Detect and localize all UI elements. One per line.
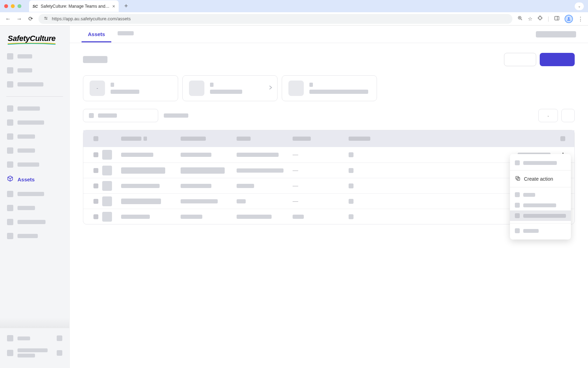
profile-avatar[interactable]	[565, 15, 573, 23]
create-action-icon	[515, 175, 520, 182]
summary-card[interactable]: -	[83, 75, 178, 101]
forward-button[interactable]: →	[16, 16, 22, 22]
table-body: — —	[83, 147, 574, 224]
table-row[interactable]: —	[83, 193, 574, 209]
asset-thumbnail	[102, 166, 112, 175]
nav-item-assets[interactable]: Assets	[4, 172, 65, 187]
chevron-right-icon	[269, 85, 272, 91]
new-tab-button[interactable]: +	[122, 2, 130, 10]
column-header[interactable]	[349, 137, 408, 141]
card-subtitle	[309, 90, 368, 94]
sidebar-footer-item[interactable]	[4, 332, 65, 345]
sort-indicator-icon	[144, 137, 147, 141]
column-header[interactable]	[181, 137, 237, 141]
secondary-button[interactable]	[504, 53, 536, 66]
menu-item-placeholder[interactable]	[510, 225, 571, 236]
close-window-icon[interactable]	[4, 4, 8, 8]
card-value	[309, 83, 313, 87]
primary-button[interactable]	[540, 53, 575, 66]
sidebar: SafetyCulture Assets	[0, 26, 70, 368]
empty-value: —	[293, 167, 298, 174]
select-all-checkbox[interactable]	[93, 136, 98, 141]
url-text: https://app.au.safetyculture.com/assets	[52, 16, 131, 21]
page-content: -	[70, 43, 588, 234]
nav-item-placeholder[interactable]	[4, 102, 65, 116]
extensions-icon[interactable]	[537, 15, 543, 22]
column-header[interactable]	[237, 137, 293, 141]
reload-button[interactable]: ⟳	[27, 15, 34, 22]
column-header[interactable]	[293, 137, 349, 141]
card-value	[210, 83, 214, 87]
sidebar-footer	[0, 328, 69, 368]
row-checkbox[interactable]	[93, 183, 98, 188]
maximize-window-icon[interactable]	[18, 4, 21, 8]
window-controls	[4, 4, 21, 8]
menu-item-placeholder[interactable]	[510, 200, 571, 210]
brand-logo[interactable]: SafetyCulture	[0, 26, 69, 49]
menu-item-placeholder[interactable]	[510, 189, 571, 200]
bookmark-star-icon[interactable]: ☆	[528, 16, 532, 22]
nav-item-placeholder[interactable]	[4, 201, 65, 215]
sidebar-footer-item[interactable]	[4, 345, 65, 361]
settings-icon-button[interactable]	[561, 109, 575, 122]
menu-item-create-action[interactable]: Create action	[510, 173, 571, 185]
nav-item-placeholder[interactable]	[4, 215, 65, 229]
brand-name: SafetyCulture	[8, 34, 56, 43]
nav-item-placeholder[interactable]	[4, 77, 65, 91]
menu-divider	[510, 223, 571, 223]
tab-list-dropdown[interactable]: ⌄	[575, 2, 584, 10]
browser-toolbar: ← → ⟳ https://app.au.safetyculture.com/a…	[0, 12, 588, 26]
back-button[interactable]: ←	[5, 16, 11, 22]
row-checkbox[interactable]	[93, 199, 98, 204]
nav-item-placeholder[interactable]	[4, 130, 65, 144]
toolbar-icons: ☆ | ⋮	[517, 15, 583, 23]
row-checkbox[interactable]	[93, 214, 98, 219]
nav-item-placeholder[interactable]	[4, 63, 65, 77]
topbar-action-placeholder[interactable]	[536, 31, 576, 37]
tab-placeholder[interactable]	[111, 26, 140, 42]
table-row[interactable]	[83, 209, 574, 224]
nav-item-placeholder[interactable]	[4, 144, 65, 158]
column-config-icon[interactable]	[560, 136, 565, 141]
menu-divider	[510, 187, 571, 187]
kebab-menu-icon[interactable]: ⋮	[578, 16, 583, 22]
view-toggle-button[interactable]: ⌄	[538, 109, 558, 122]
card-subtitle	[210, 90, 242, 94]
close-tab-icon[interactable]: ×	[112, 4, 115, 9]
nav-item-placeholder[interactable]	[4, 187, 65, 201]
row-checkbox[interactable]	[93, 152, 98, 157]
nav-item-placeholder[interactable]	[4, 49, 65, 63]
side-panel-icon[interactable]	[554, 15, 560, 22]
summary-card[interactable]	[282, 75, 377, 101]
summary-cards: -	[83, 75, 575, 101]
nav-item-placeholder[interactable]	[4, 158, 65, 172]
minimize-window-icon[interactable]	[11, 4, 15, 8]
menu-item-placeholder[interactable]	[510, 158, 571, 168]
page-actions	[504, 53, 575, 66]
column-header[interactable]	[121, 137, 181, 141]
tab-assets[interactable]: Assets	[82, 26, 111, 42]
table-row[interactable]: —	[83, 162, 574, 178]
topbar-tabs: Assets	[82, 26, 140, 42]
address-bar[interactable]: https://app.au.safetyculture.com/assets	[38, 14, 512, 24]
svg-point-10	[568, 17, 570, 19]
topbar: Assets	[70, 26, 588, 43]
summary-card[interactable]	[182, 75, 278, 101]
table-row[interactable]: —	[83, 178, 574, 193]
nav-item-placeholder[interactable]	[4, 116, 65, 130]
row-checkbox[interactable]	[93, 168, 98, 173]
menu-item-placeholder[interactable]	[510, 210, 571, 221]
filter-chip[interactable]	[164, 113, 188, 118]
empty-value: —	[293, 198, 298, 204]
nav-item-placeholder[interactable]	[4, 229, 65, 243]
site-settings-icon[interactable]	[43, 16, 48, 22]
browser-tab[interactable]: SC SafetyCulture: Manage Teams and… ×	[29, 0, 119, 12]
table-row[interactable]: —	[83, 147, 574, 162]
zoom-icon[interactable]	[517, 15, 523, 22]
filter-dropdown[interactable]	[83, 109, 158, 122]
card-subtitle	[111, 90, 139, 94]
nav-divider	[6, 96, 63, 97]
app-root: SafetyCulture Assets	[0, 26, 588, 368]
page-title	[83, 56, 107, 63]
svg-point-2	[45, 17, 46, 18]
